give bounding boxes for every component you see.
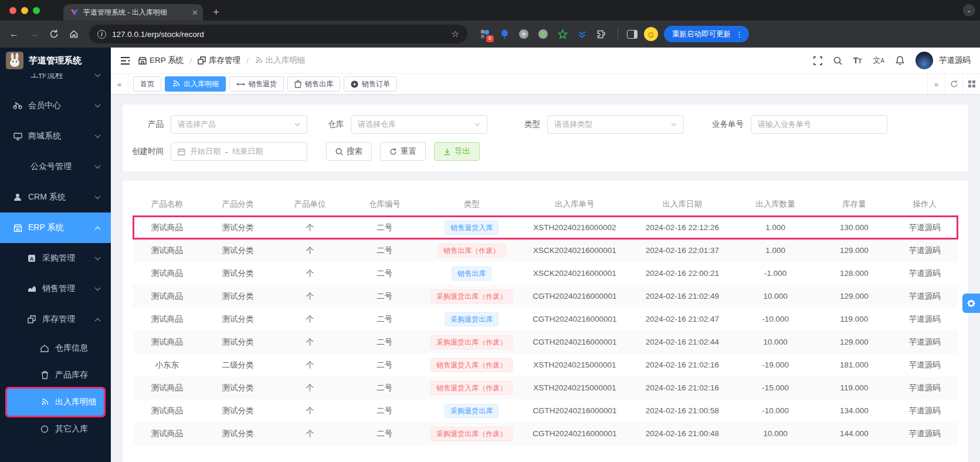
cell-type: 销售退货入库	[424, 221, 519, 235]
user-avatar[interactable]	[915, 52, 933, 69]
search-icon[interactable]	[833, 56, 842, 65]
product-select[interactable]: 请选择产品	[171, 115, 307, 134]
type-select[interactable]: 请选择类型	[547, 115, 684, 134]
extensions-puzzle-icon[interactable]	[595, 28, 607, 40]
cell-order_no: CGTH20240216000001	[519, 338, 630, 346]
page-tab-出入库明细[interactable]: 出入库明细	[165, 76, 226, 92]
export-button[interactable]: 导出	[434, 142, 480, 161]
notification-bell-icon[interactable]	[896, 56, 904, 65]
search-button[interactable]: 搜索	[326, 142, 372, 161]
tab-search-chevron-icon[interactable]: ⌄	[963, 4, 975, 16]
collapse-menu-icon[interactable]	[120, 56, 130, 65]
cell-stock: 129.000	[817, 246, 892, 255]
created-filter-label: 创建时间	[128, 146, 164, 157]
browser-update-button[interactable]: 重新启动即可更新 ⋮	[664, 26, 749, 42]
warehouse-select[interactable]: 请选择仓库	[351, 115, 487, 134]
table-row[interactable]: 测试商品测试分类个二号采购退货出库（作废）CGTH202402160000012…	[133, 331, 958, 353]
sidebar-item-CRM 系统[interactable]: CRM 系统	[0, 182, 111, 213]
cell-stock: 144.000	[817, 429, 892, 438]
reset-button[interactable]: 重置	[380, 142, 426, 161]
page-tab-销售退货[interactable]: 销售退货	[229, 76, 284, 92]
page-tabs-bar: « 首页出入库明细销售退货销售出库销售订单 »	[111, 73, 980, 94]
table-row[interactable]: 测试商品测试分类个二号采购退货出库CGTH202402160000012024-…	[133, 399, 958, 422]
sidebar-item-出入库明细[interactable]: 出入库明细	[7, 389, 104, 416]
sidebar-item-销售管理[interactable]: 销售管理	[0, 274, 111, 304]
sidebar-item-仓库信息[interactable]: 仓库信息	[0, 335, 111, 362]
table-row[interactable]: 测试商品测试分类个二号销售出库XSCK202402160000012024-02…	[133, 262, 958, 285]
app-logo-row[interactable]: 芋道管理系统	[0, 48, 111, 73]
page-tab-销售订单[interactable]: 销售订单	[344, 76, 397, 92]
sidebar-item-库存管理[interactable]: 库存管理	[0, 304, 111, 335]
extension-icon-green-star[interactable]	[557, 28, 568, 40]
forward-icon[interactable]: →	[26, 26, 42, 42]
cell-order_no: XSTH20240216000002	[519, 223, 630, 232]
address-bar[interactable]: i 127.0.0.1/erp/stock/record ☆	[89, 25, 467, 43]
side-panel-icon[interactable]	[624, 26, 640, 42]
table-row[interactable]: 测试商品测试分类个二号采购退货出库（作废）CGTH202402160000012…	[133, 285, 958, 308]
cell-product: 测试商品	[133, 429, 201, 439]
record-icon	[40, 398, 49, 406]
cell-date: 2024-02-16 21:00:48	[630, 429, 734, 438]
column-header: 操作人	[891, 199, 957, 210]
url-text[interactable]: 127.0.0.1/erp/stock/record	[112, 30, 446, 39]
tabs-scroll-right-icon[interactable]: »	[927, 74, 945, 94]
new-tab-button[interactable]: ＋	[211, 5, 221, 18]
fullscreen-icon[interactable]	[813, 56, 822, 65]
table-row[interactable]: 小东东二级分类个二号销售退货入库（作废）XSTH2024021500000120…	[133, 353, 958, 376]
cell-date: 2024-02-16 22:12:26	[630, 223, 734, 232]
date-range-picker[interactable]: 开始日期 - 结束日期	[171, 142, 307, 161]
sidebar-item-会员中心[interactable]: 会员中心	[0, 90, 111, 121]
cell-product: 小东东	[133, 360, 201, 370]
cell-category: 测试分类	[201, 245, 275, 256]
breadcrumb-item-stock[interactable]: 库存管理	[198, 55, 240, 66]
extension-icon-gray-green[interactable]	[537, 28, 549, 40]
tabs-scroll-left-icon[interactable]: «	[111, 74, 128, 94]
table-row[interactable]: 测试商品测试分类个二号销售退货入库（作废）XSTH202402150000012…	[133, 376, 958, 399]
table-row[interactable]: 测试商品测试分类个二号销售退货入库XSTH202402160000022024-…	[133, 216, 958, 239]
tabs-refresh-icon[interactable]	[945, 74, 962, 94]
extension-icon-chevrons[interactable]	[576, 28, 588, 40]
site-info-icon[interactable]: i	[97, 30, 106, 39]
sidebar-item-产品库存[interactable]: 产品库存	[0, 362, 111, 389]
product-stock-icon	[40, 371, 49, 379]
table-row[interactable]: 测试商品测试分类个二号采购退货出库CGTH202402160000012024-…	[133, 308, 958, 331]
font-size-icon[interactable]: TT	[853, 56, 862, 65]
extension-icon-gray-1[interactable]	[518, 28, 530, 40]
window-close-button[interactable]	[9, 7, 16, 14]
cell-operator: 芋道源码	[891, 222, 957, 233]
sidebar-item-采购管理[interactable]: A采购管理	[0, 243, 111, 274]
user-name[interactable]: 芋道源码	[939, 55, 971, 66]
table-row[interactable]: 测试商品测试分类个二号销售出库（作废）XSCK20240216000001202…	[133, 239, 958, 262]
settings-gear-button[interactable]	[962, 294, 980, 313]
tabs-layout-grid-icon[interactable]	[962, 74, 980, 94]
bookmark-star-icon[interactable]: ☆	[452, 29, 459, 39]
browser-menu-kebab-icon[interactable]: ⋮	[735, 30, 743, 39]
record-icon	[255, 56, 263, 65]
cell-order_no: CGTH20240216000001	[519, 315, 630, 323]
breadcrumb-item-erp[interactable]: ERP 系统	[138, 55, 184, 66]
sidebar-item-商城系统[interactable]: 商城系统	[0, 121, 111, 151]
home-icon[interactable]	[66, 26, 82, 42]
bizno-input[interactable]: 请输入业务单号	[751, 115, 887, 134]
sidebar-item-其它入库[interactable]: 其它入库	[0, 416, 111, 443]
extension-icon-blocks[interactable]: 6	[479, 28, 491, 40]
page-tab-销售出库[interactable]: 销售出库	[287, 76, 340, 92]
window-minimize-button[interactable]	[21, 7, 28, 14]
back-icon[interactable]: ←	[6, 26, 22, 42]
favicon	[70, 9, 79, 16]
browser-tab[interactable]: 芋道管理系统 - 出入库明细 ✕	[63, 4, 203, 21]
cell-category: 二级分类	[201, 360, 275, 370]
table-row[interactable]: 测试商品测试分类个二号采购退货出库（作废）CGTH202402160000012…	[133, 422, 958, 445]
reload-icon[interactable]	[46, 26, 62, 42]
sidebar-item-公众号管理[interactable]: 公众号管理	[0, 151, 111, 182]
extension-icon-balloon[interactable]	[499, 28, 510, 40]
cell-type: 销售出库	[424, 267, 519, 281]
page-tab-首页[interactable]: 首页	[133, 76, 161, 92]
profile-avatar[interactable]: ☺	[644, 27, 658, 41]
window-zoom-button[interactable]	[33, 7, 40, 14]
sidebar-item-ERP 系统[interactable]: ERP 系统	[0, 213, 111, 243]
crm-icon	[13, 193, 22, 201]
tab-close-icon[interactable]: ✕	[192, 8, 198, 17]
locale-icon[interactable]: 文A	[873, 55, 884, 66]
sidebar-item-工作流程[interactable]: 工作流程	[0, 73, 111, 90]
